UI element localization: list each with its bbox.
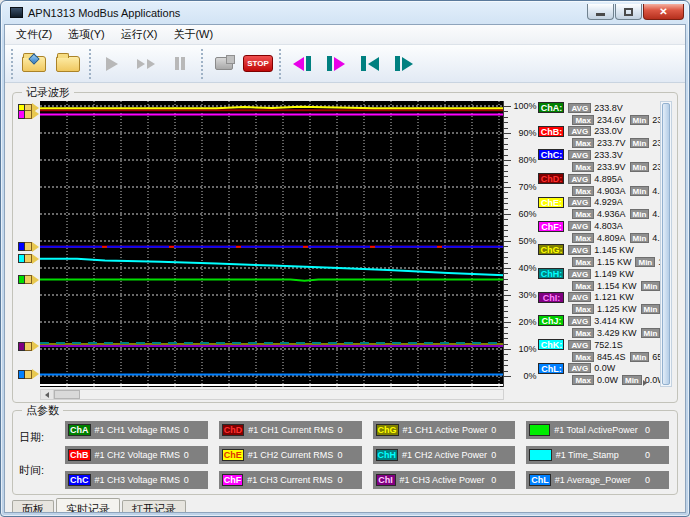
channel-badge: ChI: bbox=[538, 292, 564, 303]
param-cell: ChE#1 CH2 Current RMS0 bbox=[219, 446, 362, 464]
open-folder-button[interactable] bbox=[51, 49, 85, 79]
min-chip: Min bbox=[635, 257, 655, 267]
play-button[interactable] bbox=[95, 49, 129, 79]
percent-ruler bbox=[503, 101, 513, 387]
close-button[interactable]: ✕ bbox=[643, 4, 684, 20]
percent-tick-label: 0% bbox=[523, 371, 536, 381]
percent-tick-label: 80% bbox=[518, 155, 536, 165]
close-icon: ✕ bbox=[659, 6, 667, 17]
ruler-tick bbox=[504, 333, 508, 334]
percent-tick-label: 40% bbox=[518, 263, 536, 273]
fast-forward-button[interactable] bbox=[129, 49, 163, 79]
param-value: 0 bbox=[184, 450, 189, 460]
chart-hscrollbar[interactable] bbox=[40, 389, 504, 400]
percent-tick-label: 30% bbox=[518, 290, 536, 300]
param-label: #1 Total ActivePower bbox=[554, 425, 637, 435]
tab-实时记录[interactable]: 实时记录 bbox=[56, 498, 120, 513]
param-cell: ChI#1 CH3 Active Power0 bbox=[373, 471, 516, 489]
channel-marker-column bbox=[18, 101, 40, 387]
avg-chip: AVG bbox=[568, 150, 591, 160]
app-icon bbox=[10, 7, 23, 18]
legend-scroll-right-icon[interactable] bbox=[643, 380, 647, 386]
record-button[interactable] bbox=[207, 49, 241, 79]
channel-badge: ChB: bbox=[538, 126, 564, 137]
hscroll-left-button[interactable] bbox=[41, 390, 54, 399]
param-label: #1 Time_Stamp bbox=[556, 450, 619, 460]
ruler-tick bbox=[504, 138, 508, 139]
tab-打开记录[interactable]: 打开记录 bbox=[122, 500, 186, 513]
stop-button[interactable]: STOP bbox=[241, 49, 275, 79]
param-cell: ChB#1 CH2 Voltage RMS0 bbox=[65, 446, 208, 464]
channel-position-marker[interactable] bbox=[18, 341, 39, 352]
open-file-button[interactable] bbox=[17, 49, 51, 79]
channel-position-marker[interactable] bbox=[18, 109, 39, 120]
ruler-tick bbox=[504, 257, 508, 258]
tab-面板[interactable]: 面板 bbox=[12, 500, 54, 513]
avg-chip: AVG bbox=[568, 340, 591, 350]
param-label: #1 CH3 Voltage RMS bbox=[95, 475, 181, 485]
ruler-tick bbox=[504, 279, 508, 280]
channel-badge: ChF bbox=[222, 474, 244, 486]
series-ChJ bbox=[40, 280, 504, 281]
param-label: #1 CH1 Active Power bbox=[403, 425, 488, 435]
percent-tick-label: 20% bbox=[518, 317, 536, 327]
avg-chip: AVG bbox=[568, 292, 591, 302]
max-value: 4.936A bbox=[597, 209, 626, 219]
max-chip: Max bbox=[572, 233, 594, 243]
channel-badge: ChF: bbox=[538, 221, 564, 232]
avg-value: 233.8V bbox=[594, 103, 623, 113]
ruler-tick bbox=[504, 295, 511, 296]
ruler-tick bbox=[504, 306, 508, 307]
step-forward-button[interactable] bbox=[319, 49, 353, 79]
max-value: 233.9V bbox=[597, 162, 626, 172]
menu-item[interactable]: 文件(Z) bbox=[8, 25, 60, 44]
hscroll-left-icon bbox=[45, 392, 49, 398]
maximize-button[interactable] bbox=[615, 4, 642, 20]
go-start-button[interactable] bbox=[353, 49, 387, 79]
hscroll-thumb[interactable] bbox=[54, 390, 80, 399]
channel-position-marker[interactable] bbox=[18, 274, 39, 285]
ruler-tick bbox=[504, 246, 508, 247]
max-chip: Max bbox=[572, 138, 594, 148]
toolbar-grip bbox=[201, 49, 203, 79]
param-label: #1 CH3 Active Power bbox=[400, 475, 485, 485]
pause-button[interactable] bbox=[163, 49, 197, 79]
menu-item[interactable]: 运行(X) bbox=[113, 25, 166, 44]
menu-item[interactable]: 选项(Y) bbox=[60, 25, 113, 44]
max-chip: Max bbox=[572, 328, 594, 338]
max-value: 4.809A bbox=[597, 233, 626, 243]
folder-gem-icon bbox=[22, 56, 46, 72]
param-value: 0 bbox=[645, 425, 650, 435]
channel-badge: ChH: bbox=[538, 268, 564, 279]
channel-badge: ChI bbox=[376, 474, 396, 486]
percent-tick-label: 90% bbox=[518, 128, 536, 138]
title-bar[interactable]: APN1313 ModBus Applications ✕ bbox=[4, 4, 686, 24]
channel-position-marker[interactable] bbox=[18, 369, 39, 380]
param-value: 0 bbox=[491, 450, 496, 460]
legend-vscrollbar[interactable] bbox=[660, 101, 672, 387]
play-icon bbox=[106, 57, 118, 71]
max-value: 233.7V bbox=[597, 138, 626, 148]
ruler-tick bbox=[504, 219, 508, 220]
param-cell: ChL#1 Average_Power0 bbox=[526, 471, 669, 489]
ruler-tick bbox=[504, 360, 508, 361]
percent-tick-label: 60% bbox=[518, 209, 536, 219]
legend-vscroll-thumb[interactable] bbox=[662, 103, 670, 385]
go-end-button[interactable] bbox=[387, 49, 421, 79]
legend-entry: ChB:AVG233.0VMax233.7VMin232.2V bbox=[538, 126, 660, 149]
waveform-plot[interactable] bbox=[40, 101, 503, 387]
channel-position-marker[interactable] bbox=[18, 253, 39, 264]
step-back-button[interactable] bbox=[285, 49, 319, 79]
max-chip: Max bbox=[572, 162, 594, 172]
avg-chip: AVG bbox=[568, 197, 591, 207]
menu-item[interactable]: 关于(W) bbox=[165, 25, 221, 44]
minimize-button[interactable] bbox=[587, 4, 614, 20]
ruler-tick bbox=[504, 311, 508, 312]
min-value: 4.885A bbox=[652, 186, 660, 196]
channel-position-marker[interactable] bbox=[18, 241, 39, 252]
ruler-tick bbox=[504, 327, 508, 328]
max-value: 3.429 KW bbox=[597, 328, 637, 338]
toolbar: STOP bbox=[5, 45, 685, 83]
avg-value: 1.145 KW bbox=[594, 245, 634, 255]
channel-badge: ChK: bbox=[538, 339, 564, 350]
